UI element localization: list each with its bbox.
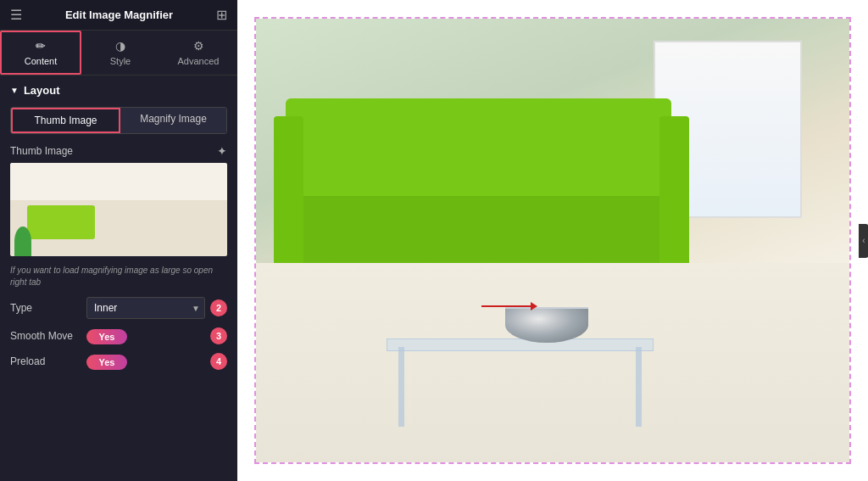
- layout-tabs: Thumb Image Magnify Image: [10, 107, 227, 134]
- main-content: [237, 0, 868, 481]
- couch-decoration: [27, 205, 95, 239]
- type-row: Type Inner ▼ 2: [10, 297, 227, 319]
- bowl-decoration: [505, 307, 588, 343]
- sofa-arm-right: [659, 116, 689, 267]
- tab-bar: ✏ Content ◑ Style ⚙ Advanced: [0, 31, 237, 76]
- sparkle-icon: ✦: [217, 144, 227, 158]
- arrow-annotation: [481, 305, 532, 307]
- plant-decoration: [14, 227, 31, 256]
- layout-arrow-icon: ▼: [10, 86, 19, 95]
- tab-content-label: Content: [25, 56, 58, 66]
- preload-control: Yes: [86, 354, 205, 370]
- canvas-area: [254, 17, 851, 464]
- type-select[interactable]: Inner: [86, 297, 205, 319]
- smooth-move-control: Yes: [86, 328, 205, 344]
- preload-row: Preload Yes 4: [10, 353, 227, 370]
- panel-content: ▼ Layout Thumb Image Magnify Image Thumb…: [0, 76, 237, 481]
- thumb-image-preview: [10, 163, 227, 256]
- preload-label: Preload: [10, 355, 86, 367]
- step-badge-2: 2: [210, 299, 227, 316]
- layout-tab-magnify[interactable]: Magnify Image: [120, 108, 226, 133]
- arrow-line: [481, 305, 532, 307]
- tab-content[interactable]: ✏ Content: [0, 31, 81, 75]
- table-top: [387, 338, 654, 352]
- helper-text: If you want to load magnifying image as …: [10, 265, 227, 288]
- hamburger-icon[interactable]: ☰: [10, 7, 22, 23]
- sidebar: ☰ Edit Image Magnifier ⊞ ✏ Content ◑ Sty…: [0, 0, 237, 481]
- sofa-arm-left: [274, 116, 303, 267]
- table-leg-left: [398, 347, 404, 427]
- layout-section-header[interactable]: ▼ Layout: [10, 84, 227, 97]
- thumb-image-field-label: Thumb Image ✦: [10, 144, 227, 158]
- scene-background: [256, 19, 849, 462]
- smooth-move-row: Smooth Move Yes 3: [10, 327, 227, 344]
- content-tab-icon: ✏: [36, 39, 46, 53]
- type-label: Type: [10, 302, 86, 314]
- thumb-image-container[interactable]: [10, 163, 227, 256]
- preload-toggle[interactable]: Yes: [86, 355, 127, 370]
- smooth-move-label: Smooth Move: [10, 330, 86, 342]
- tab-style[interactable]: ◑ Style: [81, 31, 159, 75]
- sidebar-header: ☰ Edit Image Magnifier ⊞: [0, 0, 237, 31]
- floor-decoration: [256, 263, 849, 462]
- sidebar-title: Edit Image Magnifier: [65, 8, 173, 21]
- thumb-image-label-text: Thumb Image: [10, 145, 73, 157]
- layout-section-label: Layout: [24, 84, 60, 97]
- thumb-img-background: [10, 163, 227, 256]
- step-badge-3: 3: [210, 327, 227, 344]
- tab-advanced[interactable]: ⚙ Advanced: [159, 31, 237, 75]
- main-image: [256, 19, 849, 462]
- tab-advanced-label: Advanced: [178, 56, 220, 66]
- advanced-tab-icon: ⚙: [193, 39, 204, 53]
- tab-style-label: Style: [110, 56, 131, 66]
- layout-tab-thumb[interactable]: Thumb Image: [11, 108, 120, 133]
- step-badge-4: 4: [210, 353, 227, 370]
- grid-icon[interactable]: ⊞: [216, 7, 227, 23]
- type-select-wrapper: Inner ▼: [86, 297, 205, 319]
- table-leg-right: [636, 347, 642, 427]
- style-tab-icon: ◑: [115, 39, 125, 53]
- smooth-move-toggle[interactable]: Yes: [86, 329, 127, 344]
